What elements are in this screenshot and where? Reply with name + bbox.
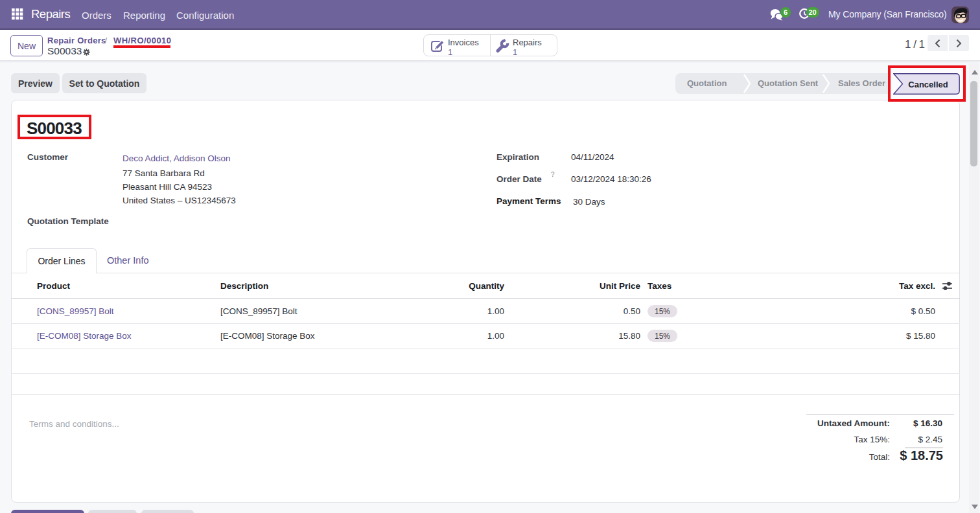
svg-text:Cancelled: Cancelled (908, 80, 948, 89)
